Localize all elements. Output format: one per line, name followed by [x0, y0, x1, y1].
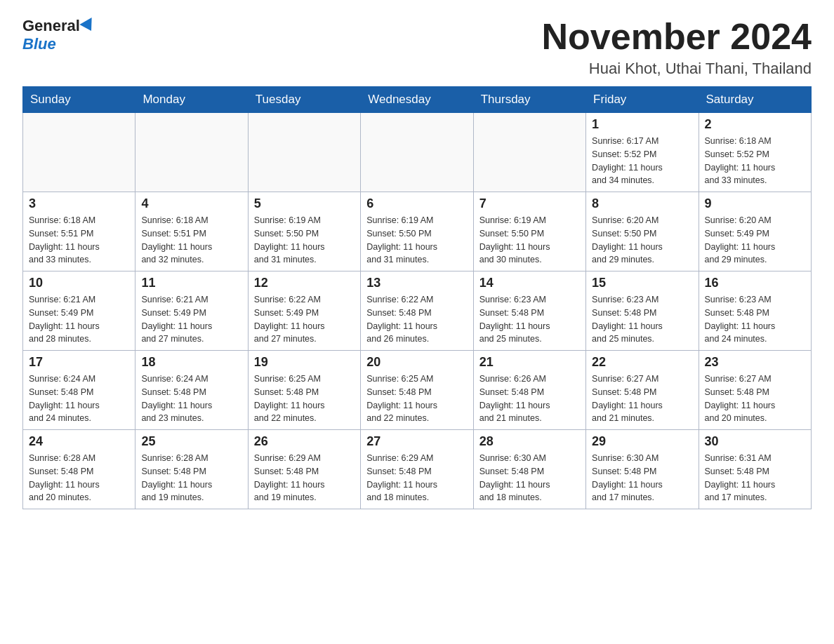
- day-number: 7: [479, 196, 580, 211]
- table-row: 12Sunrise: 6:22 AMSunset: 5:49 PMDayligh…: [248, 271, 360, 351]
- day-number: 13: [366, 276, 467, 290]
- table-row: 18Sunrise: 6:24 AMSunset: 5:48 PMDayligh…: [135, 351, 248, 430]
- table-row: [473, 113, 585, 192]
- day-info: Sunrise: 6:20 AMSunset: 5:50 PMDaylight:…: [592, 214, 692, 267]
- table-row: 27Sunrise: 6:29 AMSunset: 5:48 PMDayligh…: [361, 430, 473, 509]
- table-row: 4Sunrise: 6:18 AMSunset: 5:51 PMDaylight…: [135, 192, 248, 271]
- day-info: Sunrise: 6:26 AMSunset: 5:48 PMDaylight:…: [479, 373, 580, 425]
- day-info: Sunrise: 6:27 AMSunset: 5:48 PMDaylight:…: [705, 373, 805, 425]
- table-row: 17Sunrise: 6:24 AMSunset: 5:48 PMDayligh…: [23, 351, 135, 430]
- day-info: Sunrise: 6:18 AMSunset: 5:51 PMDaylight:…: [29, 214, 129, 267]
- calendar-week-row: 10Sunrise: 6:21 AMSunset: 5:49 PMDayligh…: [23, 271, 812, 351]
- day-info: Sunrise: 6:21 AMSunset: 5:49 PMDaylight:…: [29, 293, 129, 346]
- table-row: 24Sunrise: 6:28 AMSunset: 5:48 PMDayligh…: [23, 430, 135, 509]
- table-row: 13Sunrise: 6:22 AMSunset: 5:48 PMDayligh…: [361, 271, 473, 351]
- day-info: Sunrise: 6:29 AMSunset: 5:48 PMDaylight:…: [366, 452, 467, 504]
- day-info: Sunrise: 6:19 AMSunset: 5:50 PMDaylight:…: [479, 214, 580, 267]
- day-number: 18: [141, 355, 241, 370]
- day-number: 21: [479, 355, 580, 370]
- day-number: 22: [592, 355, 692, 370]
- col-sunday: Sunday: [23, 87, 135, 113]
- day-number: 1: [592, 117, 692, 132]
- calendar-week-row: 24Sunrise: 6:28 AMSunset: 5:48 PMDayligh…: [23, 430, 812, 509]
- day-number: 29: [592, 434, 692, 449]
- table-row: 1Sunrise: 6:17 AMSunset: 5:52 PMDaylight…: [586, 113, 699, 192]
- table-row: 8Sunrise: 6:20 AMSunset: 5:50 PMDaylight…: [586, 192, 699, 271]
- day-number: 16: [705, 276, 805, 290]
- day-info: Sunrise: 6:18 AMSunset: 5:51 PMDaylight:…: [141, 214, 241, 267]
- col-tuesday: Tuesday: [248, 87, 360, 113]
- table-row: [135, 113, 248, 192]
- day-info: Sunrise: 6:22 AMSunset: 5:49 PMDaylight:…: [254, 293, 355, 346]
- day-number: 14: [479, 276, 580, 290]
- day-number: 24: [29, 434, 129, 449]
- page-header: General Blue November 2024 Huai Khot, Ut…: [22, 17, 812, 78]
- day-info: Sunrise: 6:21 AMSunset: 5:49 PMDaylight:…: [141, 293, 241, 346]
- table-row: 19Sunrise: 6:25 AMSunset: 5:48 PMDayligh…: [248, 351, 360, 430]
- day-number: 28: [479, 434, 580, 449]
- day-info: Sunrise: 6:19 AMSunset: 5:50 PMDaylight:…: [254, 214, 355, 267]
- table-row: [248, 113, 360, 192]
- day-info: Sunrise: 6:28 AMSunset: 5:48 PMDaylight:…: [141, 452, 241, 504]
- logo-blue-text: Blue: [22, 35, 56, 53]
- day-number: 27: [366, 434, 467, 449]
- day-number: 19: [254, 355, 355, 370]
- table-row: 5Sunrise: 6:19 AMSunset: 5:50 PMDaylight…: [248, 192, 360, 271]
- table-row: 30Sunrise: 6:31 AMSunset: 5:48 PMDayligh…: [699, 430, 811, 509]
- table-row: 7Sunrise: 6:19 AMSunset: 5:50 PMDaylight…: [473, 192, 585, 271]
- day-number: 2: [705, 117, 805, 132]
- day-number: 5: [254, 196, 355, 211]
- calendar-week-row: 17Sunrise: 6:24 AMSunset: 5:48 PMDayligh…: [23, 351, 812, 430]
- col-monday: Monday: [135, 87, 248, 113]
- table-row: 21Sunrise: 6:26 AMSunset: 5:48 PMDayligh…: [473, 351, 585, 430]
- day-number: 4: [141, 196, 241, 211]
- day-number: 10: [29, 276, 129, 290]
- day-info: Sunrise: 6:31 AMSunset: 5:48 PMDaylight:…: [705, 452, 805, 504]
- day-info: Sunrise: 6:24 AMSunset: 5:48 PMDaylight:…: [29, 373, 129, 425]
- col-wednesday: Wednesday: [361, 87, 473, 113]
- calendar-table: Sunday Monday Tuesday Wednesday Thursday…: [22, 86, 812, 509]
- day-number: 25: [141, 434, 241, 449]
- title-block: November 2024 Huai Khot, Uthai Thani, Th…: [542, 17, 812, 78]
- day-number: 17: [29, 355, 129, 370]
- table-row: 9Sunrise: 6:20 AMSunset: 5:49 PMDaylight…: [699, 192, 811, 271]
- table-row: 10Sunrise: 6:21 AMSunset: 5:49 PMDayligh…: [23, 271, 135, 351]
- table-row: 11Sunrise: 6:21 AMSunset: 5:49 PMDayligh…: [135, 271, 248, 351]
- logo-general-text: General: [22, 17, 80, 35]
- day-info: Sunrise: 6:30 AMSunset: 5:48 PMDaylight:…: [592, 452, 692, 504]
- day-info: Sunrise: 6:20 AMSunset: 5:49 PMDaylight:…: [705, 214, 805, 267]
- calendar-header-row: Sunday Monday Tuesday Wednesday Thursday…: [23, 87, 812, 113]
- table-row: 29Sunrise: 6:30 AMSunset: 5:48 PMDayligh…: [586, 430, 699, 509]
- day-number: 30: [705, 434, 805, 449]
- day-number: 26: [254, 434, 355, 449]
- location-text: Huai Khot, Uthai Thani, Thailand: [542, 60, 812, 78]
- day-info: Sunrise: 6:23 AMSunset: 5:48 PMDaylight:…: [479, 293, 580, 346]
- day-info: Sunrise: 6:19 AMSunset: 5:50 PMDaylight:…: [366, 214, 467, 267]
- table-row: 2Sunrise: 6:18 AMSunset: 5:52 PMDaylight…: [699, 113, 811, 192]
- col-saturday: Saturday: [699, 87, 811, 113]
- table-row: 20Sunrise: 6:25 AMSunset: 5:48 PMDayligh…: [361, 351, 473, 430]
- day-info: Sunrise: 6:30 AMSunset: 5:48 PMDaylight:…: [479, 452, 580, 504]
- day-info: Sunrise: 6:22 AMSunset: 5:48 PMDaylight:…: [366, 293, 467, 346]
- day-info: Sunrise: 6:17 AMSunset: 5:52 PMDaylight:…: [592, 135, 692, 187]
- day-info: Sunrise: 6:23 AMSunset: 5:48 PMDaylight:…: [705, 293, 805, 346]
- day-number: 20: [366, 355, 467, 370]
- table-row: 6Sunrise: 6:19 AMSunset: 5:50 PMDaylight…: [361, 192, 473, 271]
- day-number: 11: [141, 276, 241, 290]
- col-friday: Friday: [586, 87, 699, 113]
- day-info: Sunrise: 6:25 AMSunset: 5:48 PMDaylight:…: [254, 373, 355, 425]
- logo-arrow-icon: [79, 18, 97, 34]
- day-number: 15: [592, 276, 692, 290]
- day-info: Sunrise: 6:18 AMSunset: 5:52 PMDaylight:…: [705, 135, 805, 187]
- calendar-week-row: 1Sunrise: 6:17 AMSunset: 5:52 PMDaylight…: [23, 113, 812, 192]
- col-thursday: Thursday: [473, 87, 585, 113]
- day-info: Sunrise: 6:28 AMSunset: 5:48 PMDaylight:…: [29, 452, 129, 504]
- calendar-week-row: 3Sunrise: 6:18 AMSunset: 5:51 PMDaylight…: [23, 192, 812, 271]
- table-row: 15Sunrise: 6:23 AMSunset: 5:48 PMDayligh…: [586, 271, 699, 351]
- table-row: 16Sunrise: 6:23 AMSunset: 5:48 PMDayligh…: [699, 271, 811, 351]
- table-row: 3Sunrise: 6:18 AMSunset: 5:51 PMDaylight…: [23, 192, 135, 271]
- month-title: November 2024: [542, 17, 812, 57]
- day-number: 12: [254, 276, 355, 290]
- day-info: Sunrise: 6:23 AMSunset: 5:48 PMDaylight:…: [592, 293, 692, 346]
- table-row: [23, 113, 135, 192]
